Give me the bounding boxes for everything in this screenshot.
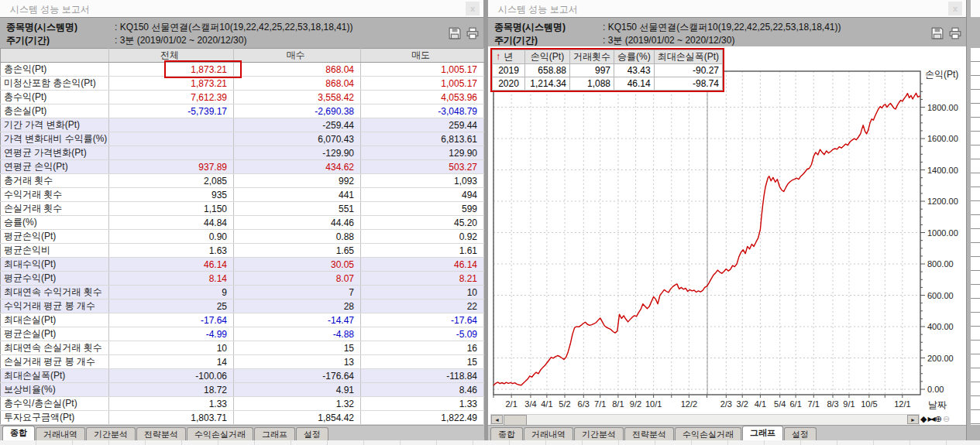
svg-text:3/4: 3/4 xyxy=(524,399,536,409)
svg-text:4/1: 4/1 xyxy=(541,399,552,409)
tab-기간분석[interactable]: 기간분석 xyxy=(86,427,136,440)
metric-value: 1,005.17 xyxy=(361,63,484,77)
svg-text:8/3: 8/3 xyxy=(827,399,838,409)
metric-value: 10 xyxy=(109,341,234,355)
year-column-header[interactable]: 승률(%) xyxy=(614,50,655,64)
svg-text:손익(Pt): 손익(Pt) xyxy=(925,69,958,80)
zoom-in-icon[interactable]: ⊕ xyxy=(935,413,942,425)
svg-text:600.00: 600.00 xyxy=(927,291,954,300)
field-value: : KQ150 선물연결(스캘퍼10(19,22,42,25,22,53,18,… xyxy=(115,22,353,33)
metric-label: 평균손실(Pt) xyxy=(1,327,109,341)
metric-label: 총거래 횟수 xyxy=(1,174,109,188)
print-icon[interactable] xyxy=(466,27,479,39)
metric-label: 총수익(Pt) xyxy=(1,91,109,104)
table-row: 가격 변화대비 수익률(%)6,070.436,813.61 xyxy=(1,132,484,146)
print-icon[interactable] xyxy=(949,27,961,39)
metric-value: 8.46 xyxy=(361,383,484,397)
symbol-field: 종목명(시스템명): KQ150 선물연결(스캘퍼10(19,22,42,25,… xyxy=(494,21,920,33)
metric-value: 1.61 xyxy=(361,244,484,258)
svg-text:10/5: 10/5 xyxy=(861,399,877,409)
metric-value: 18.72 xyxy=(109,383,234,397)
metric-label: 총수익/총손실(Pt) xyxy=(1,397,109,411)
metric-value: 935 xyxy=(109,188,234,202)
tab-그래프[interactable]: 그래프 xyxy=(742,426,783,440)
profit-line-chart: 0.00200.00400.00600.00800.001000.001200.… xyxy=(488,46,966,413)
scrollbar-thumb[interactable] xyxy=(504,415,527,426)
svg-text:8/1: 8/1 xyxy=(612,399,624,409)
table-row: 총거래 횟수2,0859921,093 xyxy=(1,174,484,188)
svg-text:6/3: 6/3 xyxy=(578,399,590,409)
metric-value: 6,070.43 xyxy=(234,132,361,146)
metric-value: 15 xyxy=(234,341,361,355)
tab-기간분석[interactable]: 기간분석 xyxy=(574,427,624,440)
close-icon[interactable]: x xyxy=(948,2,962,15)
save-icon[interactable] xyxy=(931,27,944,39)
tab-그래프[interactable]: 그래프 xyxy=(254,427,295,440)
svg-text:0.00: 0.00 xyxy=(927,385,944,394)
table-row: 최대수익(Pt)46.1430.0546.14 xyxy=(1,258,484,272)
year-column-header[interactable]: 거래횟수 xyxy=(570,50,614,64)
svg-text:800.00: 800.00 xyxy=(927,259,954,269)
zoom-out-icon[interactable]: ⊖ xyxy=(943,413,950,425)
pan-compress-icon[interactable]: ▶◀ xyxy=(927,413,934,425)
metric-value: -176.64 xyxy=(234,369,361,383)
svg-text:2/3: 2/3 xyxy=(720,399,732,409)
tab-종합[interactable]: 종합 xyxy=(2,426,35,440)
scroll-left-button[interactable]: ◄ xyxy=(491,415,503,424)
metric-label: 수익거래 횟수 xyxy=(1,188,109,202)
metric-value: 13 xyxy=(234,355,361,369)
tab-전략분석[interactable]: 전략분석 xyxy=(136,427,186,440)
tab-거래내역[interactable]: 거래내역 xyxy=(524,427,573,440)
year-column-header[interactable]: ↑년 xyxy=(493,50,525,64)
sort-asc-icon[interactable]: ↑ xyxy=(496,51,500,62)
year-cell: 43.43 xyxy=(614,64,655,77)
table-row: 보상비율(%)18.724.918.46 xyxy=(1,383,484,397)
svg-text:9/1: 9/1 xyxy=(843,399,854,409)
metric-label: 최대손실(Pt) xyxy=(1,313,109,327)
column-header: 매수 xyxy=(234,49,361,63)
tab-종합[interactable]: 종합 xyxy=(490,427,523,440)
metric-value: 30.05 xyxy=(234,258,361,272)
pan-expand-icon[interactable]: ◆ xyxy=(920,413,927,425)
tab-거래내역[interactable]: 거래내역 xyxy=(36,427,85,440)
metric-value: 1,150 xyxy=(109,202,234,216)
table-row: 연평균 가격변화(Pt)-129.90129.90 xyxy=(1,146,484,160)
period-field: 주기(기간): 3분 (2019/01/02 ~ 2020/12/30) xyxy=(494,34,920,46)
year-cell: 2020 xyxy=(493,77,525,91)
table-row: 승률(%)44.8444.4645.20 xyxy=(1,216,484,230)
metric-value: 46.14 xyxy=(361,258,484,272)
tab-설정[interactable]: 설정 xyxy=(784,427,817,440)
year-column-header[interactable]: 손익(Pt) xyxy=(525,50,570,64)
tab-수익손실거래[interactable]: 수익손실거래 xyxy=(675,427,741,440)
year-row: 2019658.8899743.43-90.27 xyxy=(493,64,723,77)
table-row: 연평균 손익(Pt)937.89434.62503.27 xyxy=(1,160,484,174)
stats-table: 전체매수매도총손익(Pt)1,873.21868.041,005.17미청산포함… xyxy=(0,48,483,425)
tab-설정[interactable]: 설정 xyxy=(296,427,328,440)
svg-text:3/2: 3/2 xyxy=(737,399,748,409)
svg-text:날짜: 날짜 xyxy=(928,399,947,410)
field-label: 종목명(시스템명) xyxy=(494,21,603,33)
metric-value: 45.20 xyxy=(361,216,484,230)
metric-value: 1.63 xyxy=(109,244,234,258)
svg-text:1000.00: 1000.00 xyxy=(927,228,958,238)
tab-수익손실거래[interactable]: 수익손실거래 xyxy=(187,427,253,440)
background-axis-ticks xyxy=(971,48,980,425)
metric-value: 25 xyxy=(109,300,234,313)
metric-value: 4,053.96 xyxy=(361,91,484,104)
tab-전략분석[interactable]: 전략분석 xyxy=(624,427,674,440)
metric-value: 129.90 xyxy=(361,146,484,160)
scroll-right-button[interactable]: ► xyxy=(907,415,919,424)
table-row: 총수익(Pt)7,612.393,558.424,053.96 xyxy=(1,91,484,104)
save-icon[interactable] xyxy=(449,27,461,39)
table-row: 총손실(Pt)-5,739.17-2,690.38-3,048.79 xyxy=(1,104,484,118)
metric-value: 8.07 xyxy=(234,272,361,286)
metric-value: 8.21 xyxy=(361,272,484,286)
metric-value xyxy=(109,132,234,146)
table-row: 총손익(Pt)1,873.21868.041,005.17 xyxy=(1,63,484,77)
metric-value: 1,854.42 xyxy=(234,411,361,425)
metric-value: 434.62 xyxy=(234,160,361,174)
close-icon[interactable]: x xyxy=(466,2,480,15)
metric-label: 승률(%) xyxy=(1,216,109,230)
year-column-header[interactable]: 최대손실폭(Pt) xyxy=(654,50,722,64)
tab-bar: 종합거래내역기간분석전략분석수익손실거래그래프설정 xyxy=(0,425,483,441)
